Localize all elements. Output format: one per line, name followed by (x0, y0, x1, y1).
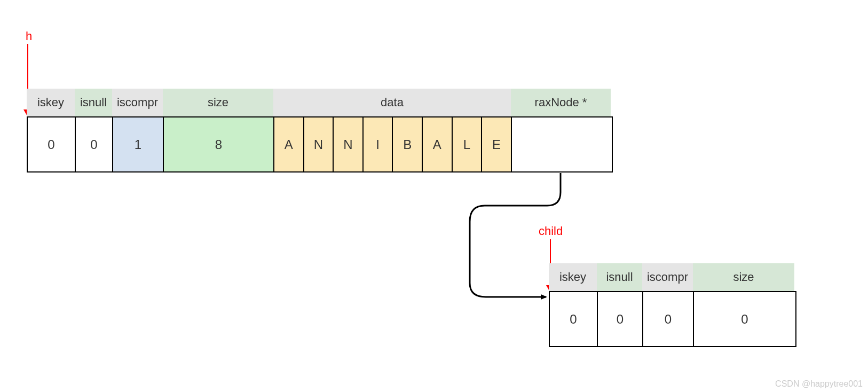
value-raxnode-pointer (512, 117, 612, 171)
value-data-7: E (482, 117, 512, 171)
value-size: 0 (694, 292, 795, 346)
node-h-header: iskey isnull iscompr size data raxNode * (27, 89, 613, 116)
node-child-body: 0 0 0 0 (549, 291, 796, 347)
value-iscompr: 1 (113, 117, 164, 171)
header-size: size (693, 263, 794, 291)
value-data-1: N (304, 117, 334, 171)
value-iskey: 0 (28, 117, 76, 171)
header-size: size (163, 89, 273, 116)
value-size: 8 (164, 117, 274, 171)
value-data-5: A (423, 117, 453, 171)
node-h: iskey isnull iscompr size data raxNode *… (27, 89, 613, 173)
value-isnull: 0 (76, 117, 113, 171)
pointer-label-child: child (539, 224, 563, 238)
header-iskey: iskey (27, 89, 75, 116)
watermark-credit: CSDN @happytree001 (775, 379, 863, 389)
node-h-body: 0 0 1 8 A N N I B A L E (27, 116, 613, 173)
value-data-3: I (364, 117, 393, 171)
header-isnull: isnull (75, 89, 112, 116)
header-data: data (273, 89, 511, 116)
header-iskey: iskey (549, 263, 597, 291)
header-raxnode: raxNode * (511, 89, 611, 116)
header-iscompr: iscompr (642, 263, 693, 291)
value-data-4: B (393, 117, 423, 171)
node-child-header: iskey isnull iscompr size (549, 263, 796, 291)
value-iskey: 0 (550, 292, 598, 346)
pointer-label-h: h (26, 29, 32, 43)
value-iscompr: 0 (643, 292, 694, 346)
node-child: iskey isnull iscompr size 0 0 0 0 (549, 263, 796, 347)
header-iscompr: iscompr (112, 89, 163, 116)
value-isnull: 0 (598, 292, 643, 346)
value-data-6: L (453, 117, 483, 171)
value-data-0: A (274, 117, 304, 171)
header-isnull: isnull (597, 263, 642, 291)
value-data-2: N (334, 117, 364, 171)
